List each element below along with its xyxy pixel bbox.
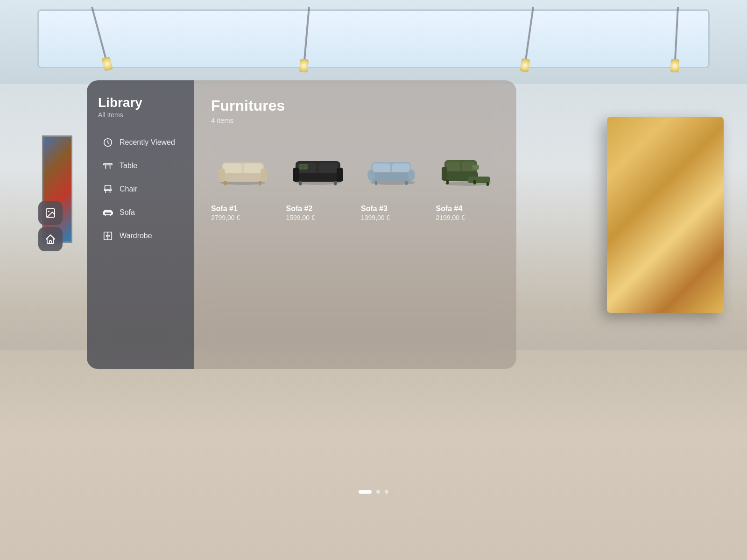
svg-point-46 xyxy=(408,170,415,181)
nav-label-chair: Chair xyxy=(120,185,137,193)
item-image-sofa1 xyxy=(211,139,275,200)
nav-label-wardrobe: Wardrobe xyxy=(120,232,152,240)
item-name-sofa4: Sofa #4 xyxy=(436,205,500,213)
svg-rect-56 xyxy=(472,165,479,170)
sofa-icon xyxy=(102,206,114,219)
nav-item-wardrobe[interactable]: Wardrobe xyxy=(98,225,185,247)
pagination xyxy=(359,490,388,494)
content-count: 4 items xyxy=(211,116,500,124)
svg-rect-44 xyxy=(370,172,412,182)
svg-rect-55 xyxy=(442,167,447,181)
home-icon xyxy=(45,234,56,245)
item-name-sofa2: Sofa #2 xyxy=(286,205,350,213)
light-bulb xyxy=(520,58,530,72)
nav-item-chair[interactable]: Chair xyxy=(98,178,185,200)
item-card-sofa2[interactable]: Sofa #2 1599,00 € xyxy=(286,139,350,221)
table-icon xyxy=(102,160,114,172)
light-track xyxy=(303,7,310,72)
sidebar: Library All Items Recently Viewed Tabl xyxy=(87,80,194,369)
item-card-sofa3[interactable]: Sofa #3 1399,00 € xyxy=(361,139,425,221)
svg-point-1 xyxy=(48,211,49,212)
nav-item-recently-viewed[interactable]: Recently Viewed xyxy=(98,132,185,153)
item-card-sofa1[interactable]: Sofa #1 2799,00 € xyxy=(211,139,275,221)
chair-icon xyxy=(102,183,114,195)
light-track xyxy=(91,7,110,70)
content-area: Furnitures 4 items xyxy=(194,80,516,369)
svg-rect-37 xyxy=(337,168,343,182)
item-image-sofa4 xyxy=(436,139,500,200)
svg-rect-24 xyxy=(218,169,225,182)
content-title: Furnitures xyxy=(211,97,500,114)
svg-point-17 xyxy=(106,235,107,236)
sofa4-illustration xyxy=(440,149,496,191)
nav-item-table[interactable]: Table xyxy=(98,155,185,177)
home-button[interactable] xyxy=(38,227,63,251)
item-price-sofa3: 1399,00 € xyxy=(361,214,425,221)
svg-rect-26 xyxy=(224,181,227,185)
svg-rect-22 xyxy=(244,163,262,175)
svg-rect-43 xyxy=(392,163,410,174)
nav-label-table: Table xyxy=(120,162,137,170)
svg-rect-57 xyxy=(446,180,449,184)
image-icon xyxy=(45,207,56,219)
svg-rect-51 xyxy=(446,162,460,173)
svg-rect-47 xyxy=(375,181,377,185)
svg-rect-35 xyxy=(295,173,341,182)
svg-rect-59 xyxy=(486,182,489,186)
gallery-button[interactable] xyxy=(38,201,63,225)
svg-rect-31 xyxy=(318,163,338,175)
svg-rect-39 xyxy=(334,181,337,185)
nav-item-sofa[interactable]: Sofa xyxy=(98,202,185,223)
svg-rect-6 xyxy=(105,185,111,189)
svg-point-18 xyxy=(109,235,110,236)
item-name-sofa3: Sofa #3 xyxy=(361,205,425,213)
svg-rect-58 xyxy=(473,180,476,184)
item-price-sofa1: 2799,00 € xyxy=(211,214,275,221)
pagination-dot-1[interactable] xyxy=(359,490,372,494)
svg-rect-36 xyxy=(293,168,299,182)
nav-label-sofa: Sofa xyxy=(120,208,135,217)
light-bulb xyxy=(101,57,113,71)
library-title: Library xyxy=(98,95,185,110)
nav-label-recently-viewed: Recently Viewed xyxy=(120,138,175,147)
item-image-sofa3 xyxy=(361,139,425,200)
light-track xyxy=(523,7,534,72)
svg-rect-48 xyxy=(405,181,408,185)
svg-rect-3 xyxy=(104,163,112,165)
item-price-sofa2: 1599,00 € xyxy=(286,214,350,221)
wardrobe-icon xyxy=(102,230,114,242)
light-bulb xyxy=(670,59,679,72)
svg-rect-23 xyxy=(220,173,265,182)
light-bulb xyxy=(299,59,309,72)
svg-rect-25 xyxy=(261,169,267,182)
sofa1-illustration xyxy=(215,149,271,191)
item-price-sofa4: 2199,00 € xyxy=(436,214,500,221)
item-name-sofa1: Sofa #1 xyxy=(211,205,275,213)
svg-point-45 xyxy=(367,170,375,181)
marble-decoration xyxy=(607,117,724,313)
light-track xyxy=(674,7,679,72)
svg-rect-27 xyxy=(259,181,261,185)
svg-rect-21 xyxy=(223,163,242,175)
svg-rect-42 xyxy=(373,163,390,174)
library-subtitle: All Items xyxy=(98,111,185,119)
pagination-dot-2[interactable] xyxy=(376,490,380,494)
sofa3-illustration xyxy=(365,149,421,191)
svg-rect-38 xyxy=(299,181,302,185)
main-panel: Library All Items Recently Viewed Tabl xyxy=(87,80,516,369)
clock-icon xyxy=(102,136,114,149)
item-card-sofa4[interactable]: Sofa #4 2199,00 € xyxy=(436,139,500,221)
item-image-sofa2 xyxy=(286,139,350,200)
svg-rect-54 xyxy=(468,177,490,183)
sofa2-illustration xyxy=(290,149,346,191)
ceiling xyxy=(0,0,747,84)
pagination-dot-3[interactable] xyxy=(385,490,388,494)
items-grid: Sofa #1 2799,00 € xyxy=(211,139,500,221)
floor xyxy=(0,350,747,560)
side-button-group xyxy=(38,201,63,251)
